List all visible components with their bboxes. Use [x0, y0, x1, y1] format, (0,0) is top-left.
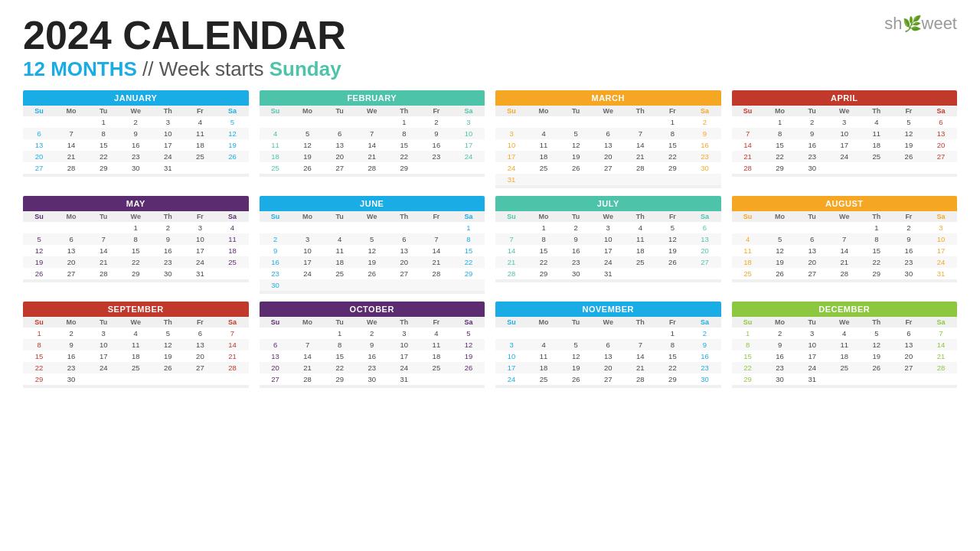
day-header-Th: Th — [861, 211, 893, 222]
day-header-Sa: Sa — [925, 106, 957, 116]
day-cell — [560, 328, 592, 339]
day-cell: 18 — [528, 151, 560, 162]
day-cell: 15 — [656, 350, 688, 362]
day-header-Tu: Tu — [796, 317, 828, 328]
day-cell: 23 — [119, 151, 152, 162]
day-header-Sa: Sa — [688, 106, 720, 116]
day-cell: 22 — [324, 362, 356, 373]
day-cell: 22 — [861, 256, 893, 268]
day-cell: 27 — [55, 268, 87, 279]
day-header-Fr: Fr — [184, 317, 216, 328]
day-cell: 8 — [656, 339, 688, 350]
day-cell: 16 — [55, 350, 87, 362]
day-cell: 27 — [592, 373, 624, 385]
day-cell: 14 — [356, 139, 388, 151]
day-cell: 1 — [324, 328, 356, 339]
day-cell: 2 — [688, 116, 720, 128]
day-cell: 16 — [152, 245, 184, 256]
day-cell: 28 — [420, 268, 452, 279]
day-cell: 21 — [55, 151, 87, 162]
day-cell: 20 — [55, 256, 87, 268]
day-cell: 20 — [796, 256, 828, 268]
day-cell: 26 — [656, 256, 688, 268]
day-cell: 9 — [152, 233, 184, 245]
day-cell: 14 — [828, 245, 861, 256]
day-cell: 10 — [796, 339, 828, 350]
day-cell: 6 — [23, 128, 55, 139]
day-cell: 21 — [420, 256, 452, 268]
day-cell: 17 — [796, 350, 828, 362]
day-header-Mo: Mo — [292, 317, 324, 328]
day-cell: 28 — [624, 373, 656, 385]
day-cell: 11 — [861, 128, 893, 139]
day-cell: 17 — [184, 245, 216, 256]
day-cell: 20 — [592, 362, 624, 373]
day-cell: 8 — [324, 339, 356, 350]
day-cell — [495, 222, 528, 233]
day-header-We: We — [119, 317, 152, 328]
logo: sh🌿weet — [884, 14, 957, 34]
day-cell: 26 — [861, 362, 893, 373]
day-cell: 5 — [23, 233, 55, 245]
day-cell: 31 — [388, 373, 420, 385]
day-cell: 14 — [925, 339, 957, 350]
day-cell: 27 — [184, 362, 216, 373]
day-cell: 27 — [925, 151, 957, 162]
day-header-Su: Su — [260, 106, 292, 116]
day-cell — [324, 222, 356, 233]
day-cell: 22 — [388, 151, 420, 162]
day-header-We: We — [356, 317, 388, 328]
day-cell: 11 — [324, 245, 356, 256]
day-cell: 7 — [216, 328, 248, 339]
month-header-jun: JUNE — [260, 196, 485, 211]
day-header-Th: Th — [152, 317, 184, 328]
day-header-Mo: Mo — [55, 211, 87, 222]
month-header-aug: AUGUST — [732, 196, 958, 211]
day-cell: 26 — [292, 162, 324, 174]
month-header-sep: SEPTEMBER — [23, 302, 249, 317]
day-cell: 5 — [560, 128, 592, 139]
day-cell: 29 — [119, 268, 152, 279]
day-header-Mo: Mo — [55, 106, 87, 116]
day-cell: 25 — [528, 162, 560, 174]
day-cell — [592, 328, 624, 339]
day-cell: 26 — [152, 362, 184, 373]
day-cell: 27 — [388, 268, 420, 279]
day-header-Fr: Fr — [656, 317, 688, 328]
day-cell: 9 — [688, 339, 720, 350]
day-cell: 23 — [55, 362, 87, 373]
day-cell: 18 — [260, 151, 292, 162]
day-cell: 20 — [388, 256, 420, 268]
day-cell: 6 — [55, 233, 87, 245]
day-cell: 13 — [388, 245, 420, 256]
day-cell: 20 — [893, 350, 925, 362]
day-cell: 28 — [828, 268, 861, 279]
day-cell: 5 — [356, 233, 388, 245]
day-cell: 11 — [624, 233, 656, 245]
day-cell: 16 — [356, 350, 388, 362]
day-cell — [216, 373, 248, 385]
day-header-Fr: Fr — [420, 106, 452, 116]
day-header-Th: Th — [388, 106, 420, 116]
day-header-Fr: Fr — [893, 211, 925, 222]
day-cell: 30 — [893, 268, 925, 279]
day-header-Th: Th — [861, 106, 893, 116]
day-cell: 12 — [23, 245, 55, 256]
day-cell: 7 — [356, 128, 388, 139]
day-cell: 7 — [420, 233, 452, 245]
day-cell: 20 — [23, 151, 55, 162]
day-cell: 8 — [528, 233, 560, 245]
day-cell: 26 — [764, 268, 796, 279]
day-cell — [656, 174, 688, 185]
day-cell: 15 — [764, 139, 796, 151]
day-cell — [560, 174, 592, 185]
day-cell: 29 — [324, 373, 356, 385]
day-cell: 16 — [420, 139, 452, 151]
day-header-Th: Th — [152, 106, 184, 116]
day-cell: 25 — [861, 151, 893, 162]
day-header-Tu: Tu — [324, 211, 356, 222]
month-dec: DECEMBERSuMoTuWeThFrSa123456789101112131… — [732, 302, 958, 399]
day-cell — [292, 279, 324, 291]
day-cell: 30 — [356, 373, 388, 385]
day-cell: 6 — [324, 128, 356, 139]
